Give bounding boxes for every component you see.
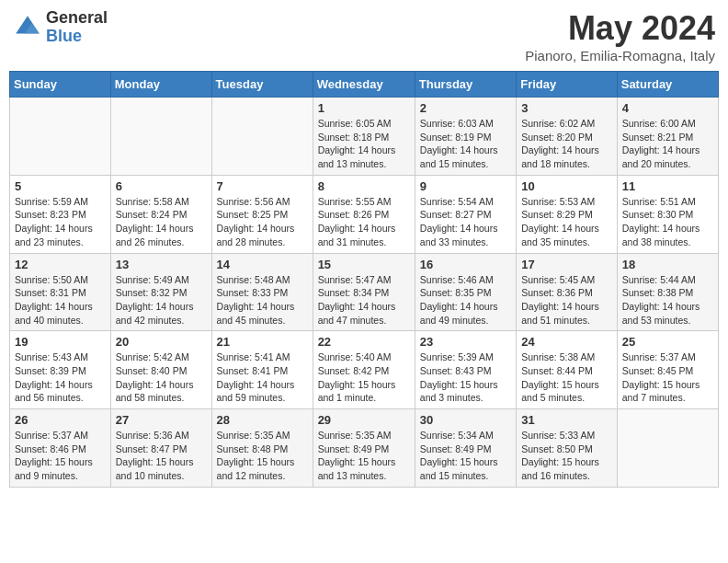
calendar-day-14: 14Sunrise: 5:48 AM Sunset: 8:33 PM Dayli… [211,253,313,331]
day-number: 6 [116,179,207,193]
day-info: Sunrise: 5:45 AM Sunset: 8:36 PM Dayligh… [521,274,599,326]
day-number: 1 [318,101,410,115]
page-header: General Blue May 2024 Pianoro, Emilia-Ro… [9,9,719,63]
day-number: 25 [622,335,713,349]
calendar-day-3: 3Sunrise: 6:02 AM Sunset: 8:20 PM Daylig… [517,98,618,176]
calendar-day-2: 2Sunrise: 6:03 AM Sunset: 8:19 PM Daylig… [415,98,516,176]
month-title: May 2024 [525,9,715,48]
calendar-day-21: 21Sunrise: 5:41 AM Sunset: 8:41 PM Dayli… [211,331,313,409]
calendar-day-12: 12Sunrise: 5:50 AM Sunset: 8:31 PM Dayli… [10,253,111,331]
calendar-week-row: 19Sunrise: 5:43 AM Sunset: 8:39 PM Dayli… [10,331,719,409]
day-number: 17 [521,258,612,271]
day-number: 31 [521,413,612,427]
calendar-day-9: 9Sunrise: 5:54 AM Sunset: 8:27 PM Daylig… [415,175,516,253]
day-info: Sunrise: 5:47 AM Sunset: 8:34 PM Dayligh… [318,274,396,326]
calendar-header: SundayMondayTuesdayWednesdayThursdayFrid… [10,72,719,98]
empty-cell [110,98,211,176]
calendar-day-30: 30Sunrise: 5:34 AM Sunset: 8:49 PM Dayli… [415,409,516,488]
weekday-header-saturday: Saturday [617,72,718,98]
day-number: 21 [217,335,308,349]
calendar-week-row: 5Sunrise: 5:59 AM Sunset: 8:23 PM Daylig… [10,175,719,253]
day-number: 3 [521,101,612,115]
day-number: 2 [420,101,511,115]
day-number: 27 [116,413,207,427]
day-number: 28 [217,413,308,427]
title-block: May 2024 Pianoro, Emilia-Romagna, Italy [525,9,715,63]
calendar-table: SundayMondayTuesdayWednesdayThursdayFrid… [9,71,719,488]
day-info: Sunrise: 5:35 AM Sunset: 8:49 PM Dayligh… [318,430,396,481]
day-info: Sunrise: 5:39 AM Sunset: 8:43 PM Dayligh… [420,351,498,403]
day-number: 20 [116,335,207,349]
calendar-week-row: 12Sunrise: 5:50 AM Sunset: 8:31 PM Dayli… [10,253,719,331]
day-info: Sunrise: 5:38 AM Sunset: 8:44 PM Dayligh… [521,351,599,403]
calendar-day-7: 7Sunrise: 5:56 AM Sunset: 8:25 PM Daylig… [211,175,313,253]
weekday-header-row: SundayMondayTuesdayWednesdayThursdayFrid… [10,72,719,98]
day-info: Sunrise: 5:54 AM Sunset: 8:27 PM Dayligh… [420,196,498,247]
day-info: Sunrise: 5:49 AM Sunset: 8:32 PM Dayligh… [116,274,194,326]
calendar-day-29: 29Sunrise: 5:35 AM Sunset: 8:49 PM Dayli… [313,409,415,488]
calendar-body: 1Sunrise: 6:05 AM Sunset: 8:18 PM Daylig… [10,98,719,488]
day-info: Sunrise: 6:03 AM Sunset: 8:19 PM Dayligh… [420,118,498,169]
calendar-day-15: 15Sunrise: 5:47 AM Sunset: 8:34 PM Dayli… [313,253,415,331]
calendar-day-31: 31Sunrise: 5:33 AM Sunset: 8:50 PM Dayli… [517,409,618,488]
day-info: Sunrise: 5:43 AM Sunset: 8:39 PM Dayligh… [15,351,93,403]
logo-general-text: General [46,9,108,28]
day-number: 30 [420,413,511,427]
day-info: Sunrise: 5:41 AM Sunset: 8:41 PM Dayligh… [217,351,295,403]
weekday-header-monday: Monday [110,72,211,98]
calendar-day-17: 17Sunrise: 5:45 AM Sunset: 8:36 PM Dayli… [517,253,618,331]
day-info: Sunrise: 5:50 AM Sunset: 8:31 PM Dayligh… [15,274,93,326]
calendar-day-28: 28Sunrise: 5:35 AM Sunset: 8:48 PM Dayli… [211,409,313,488]
day-info: Sunrise: 5:42 AM Sunset: 8:40 PM Dayligh… [116,351,194,403]
logo-blue-text: Blue [46,28,108,46]
day-info: Sunrise: 5:44 AM Sunset: 8:38 PM Dayligh… [622,274,700,326]
calendar-day-20: 20Sunrise: 5:42 AM Sunset: 8:40 PM Dayli… [110,331,211,409]
weekday-header-tuesday: Tuesday [211,72,313,98]
weekday-header-wednesday: Wednesday [313,72,415,98]
day-info: Sunrise: 5:37 AM Sunset: 8:46 PM Dayligh… [15,430,93,481]
day-info: Sunrise: 5:35 AM Sunset: 8:48 PM Dayligh… [217,430,295,481]
calendar-day-8: 8Sunrise: 5:55 AM Sunset: 8:26 PM Daylig… [313,175,415,253]
day-number: 18 [622,258,713,271]
calendar-day-6: 6Sunrise: 5:58 AM Sunset: 8:24 PM Daylig… [110,175,211,253]
calendar-day-22: 22Sunrise: 5:40 AM Sunset: 8:42 PM Dayli… [313,331,415,409]
calendar-day-23: 23Sunrise: 5:39 AM Sunset: 8:43 PM Dayli… [415,331,516,409]
day-number: 4 [622,101,713,115]
day-info: Sunrise: 5:51 AM Sunset: 8:30 PM Dayligh… [622,196,700,247]
calendar-day-24: 24Sunrise: 5:38 AM Sunset: 8:44 PM Dayli… [517,331,618,409]
calendar-week-row: 26Sunrise: 5:37 AM Sunset: 8:46 PM Dayli… [10,409,719,488]
day-number: 26 [15,413,106,427]
empty-cell [211,98,313,176]
day-number: 14 [217,258,308,271]
calendar-week-row: 1Sunrise: 6:05 AM Sunset: 8:18 PM Daylig… [10,98,719,176]
day-info: Sunrise: 6:00 AM Sunset: 8:21 PM Dayligh… [622,118,700,169]
day-number: 24 [521,335,612,349]
calendar-day-4: 4Sunrise: 6:00 AM Sunset: 8:21 PM Daylig… [617,98,718,176]
day-number: 11 [622,179,713,193]
calendar-day-25: 25Sunrise: 5:37 AM Sunset: 8:45 PM Dayli… [617,331,718,409]
day-info: Sunrise: 5:40 AM Sunset: 8:42 PM Dayligh… [318,351,396,403]
location-text: Pianoro, Emilia-Romagna, Italy [525,48,715,63]
calendar-day-16: 16Sunrise: 5:46 AM Sunset: 8:35 PM Dayli… [415,253,516,331]
day-info: Sunrise: 5:46 AM Sunset: 8:35 PM Dayligh… [420,274,498,326]
day-info: Sunrise: 5:34 AM Sunset: 8:49 PM Dayligh… [420,430,498,481]
day-info: Sunrise: 5:58 AM Sunset: 8:24 PM Dayligh… [116,196,194,247]
day-info: Sunrise: 5:36 AM Sunset: 8:47 PM Dayligh… [116,430,194,481]
weekday-header-sunday: Sunday [10,72,111,98]
day-number: 23 [420,335,511,349]
day-info: Sunrise: 5:59 AM Sunset: 8:23 PM Dayligh… [15,196,93,247]
calendar-day-27: 27Sunrise: 5:36 AM Sunset: 8:47 PM Dayli… [110,409,211,488]
calendar-day-10: 10Sunrise: 5:53 AM Sunset: 8:29 PM Dayli… [517,175,618,253]
calendar-day-19: 19Sunrise: 5:43 AM Sunset: 8:39 PM Dayli… [10,331,111,409]
day-number: 7 [217,179,308,193]
calendar-day-13: 13Sunrise: 5:49 AM Sunset: 8:32 PM Dayli… [110,253,211,331]
calendar-day-11: 11Sunrise: 5:51 AM Sunset: 8:30 PM Dayli… [617,175,718,253]
day-number: 5 [15,179,106,193]
day-number: 13 [116,258,207,271]
day-number: 8 [318,179,410,193]
calendar-day-5: 5Sunrise: 5:59 AM Sunset: 8:23 PM Daylig… [10,175,111,253]
day-info: Sunrise: 5:37 AM Sunset: 8:45 PM Dayligh… [622,351,700,403]
weekday-header-thursday: Thursday [415,72,516,98]
day-number: 19 [15,335,106,349]
day-info: Sunrise: 5:48 AM Sunset: 8:33 PM Dayligh… [217,274,295,326]
